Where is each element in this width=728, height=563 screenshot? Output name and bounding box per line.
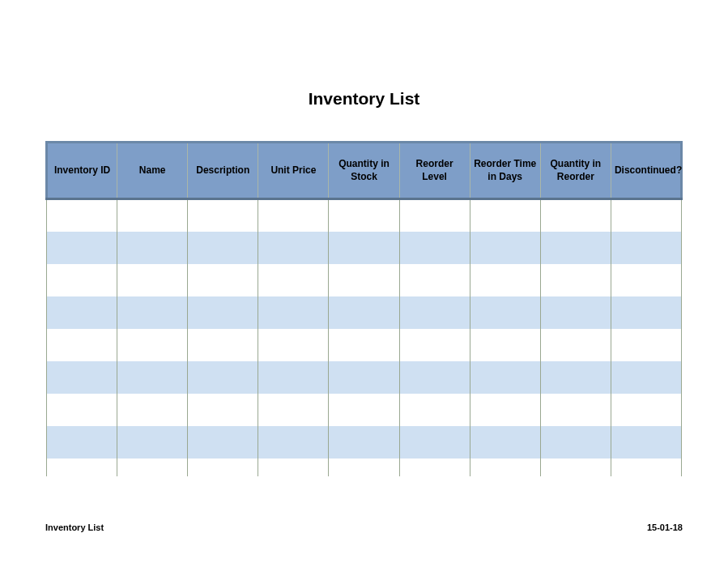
table-cell[interactable] xyxy=(188,329,258,361)
table-cell[interactable] xyxy=(611,199,681,232)
table-cell[interactable] xyxy=(470,459,540,476)
table-cell[interactable] xyxy=(329,264,399,296)
col-reorder-level: Reorder Level xyxy=(399,143,470,199)
table-cell[interactable] xyxy=(540,394,611,426)
table-cell[interactable] xyxy=(611,426,681,459)
table-cell[interactable] xyxy=(117,426,188,459)
col-description: Description xyxy=(188,143,258,199)
table-cell[interactable] xyxy=(540,459,611,476)
table-cell[interactable] xyxy=(188,459,258,476)
table-cell[interactable] xyxy=(188,361,258,394)
table-cell[interactable] xyxy=(470,426,540,459)
footer-right: 15-01-18 xyxy=(647,522,683,532)
table-cell[interactable] xyxy=(399,394,470,426)
table-cell[interactable] xyxy=(470,199,540,232)
col-quantity-reorder: Quantity in Reorder xyxy=(540,143,611,199)
table-cell[interactable] xyxy=(611,296,681,329)
table-cell[interactable] xyxy=(117,329,188,361)
table-cell[interactable] xyxy=(47,426,117,459)
table-cell[interactable] xyxy=(470,361,540,394)
table-cell[interactable] xyxy=(540,329,611,361)
table-cell[interactable] xyxy=(117,296,188,329)
table-row xyxy=(47,329,682,361)
table-cell[interactable] xyxy=(188,296,258,329)
table-cell[interactable] xyxy=(611,232,681,264)
table-cell[interactable] xyxy=(329,361,399,394)
table-cell[interactable] xyxy=(117,232,188,264)
table-cell[interactable] xyxy=(258,232,329,264)
page-title: Inventory List xyxy=(0,89,728,109)
table-row xyxy=(47,296,682,329)
table-cell[interactable] xyxy=(540,199,611,232)
table-row xyxy=(47,264,682,296)
table-cell[interactable] xyxy=(329,426,399,459)
table-cell[interactable] xyxy=(540,264,611,296)
table-cell[interactable] xyxy=(611,329,681,361)
table-cell[interactable] xyxy=(47,459,117,476)
inventory-table: Inventory ID Name Description Unit Price… xyxy=(45,141,683,476)
table-cell[interactable] xyxy=(188,264,258,296)
table-cell[interactable] xyxy=(470,329,540,361)
table-cell[interactable] xyxy=(611,264,681,296)
table-cell[interactable] xyxy=(117,199,188,232)
table-cell[interactable] xyxy=(258,199,329,232)
table-cell[interactable] xyxy=(188,199,258,232)
table-cell[interactable] xyxy=(117,459,188,476)
table-row xyxy=(47,361,682,394)
table-cell[interactable] xyxy=(399,361,470,394)
table-cell[interactable] xyxy=(470,394,540,426)
table-cell[interactable] xyxy=(399,459,470,476)
table-cell[interactable] xyxy=(399,264,470,296)
table-cell[interactable] xyxy=(329,329,399,361)
table-cell[interactable] xyxy=(188,232,258,264)
table-cell[interactable] xyxy=(47,329,117,361)
table-cell[interactable] xyxy=(329,232,399,264)
table-cell[interactable] xyxy=(611,361,681,394)
table-cell[interactable] xyxy=(399,296,470,329)
col-name: Name xyxy=(117,143,188,199)
table-cell[interactable] xyxy=(611,459,681,476)
table-cell[interactable] xyxy=(47,296,117,329)
footer-left: Inventory List xyxy=(45,522,104,532)
table-cell[interactable] xyxy=(47,264,117,296)
table-cell[interactable] xyxy=(188,426,258,459)
table-cell[interactable] xyxy=(117,394,188,426)
table-row xyxy=(47,426,682,459)
table-cell[interactable] xyxy=(399,199,470,232)
table-cell[interactable] xyxy=(329,394,399,426)
table-cell[interactable] xyxy=(329,296,399,329)
table-cell[interactable] xyxy=(399,329,470,361)
table-cell[interactable] xyxy=(258,394,329,426)
table-row xyxy=(47,459,682,476)
table-cell[interactable] xyxy=(47,361,117,394)
table-cell[interactable] xyxy=(258,361,329,394)
table-cell[interactable] xyxy=(329,199,399,232)
table-header: Inventory ID Name Description Unit Price… xyxy=(47,143,682,199)
table-row xyxy=(47,232,682,264)
table-cell[interactable] xyxy=(258,459,329,476)
col-unit-price: Unit Price xyxy=(258,143,329,199)
table-cell[interactable] xyxy=(540,361,611,394)
table-cell[interactable] xyxy=(540,296,611,329)
table-cell[interactable] xyxy=(47,394,117,426)
table-cell[interactable] xyxy=(258,296,329,329)
table-cell[interactable] xyxy=(470,232,540,264)
table-cell[interactable] xyxy=(470,264,540,296)
table-cell[interactable] xyxy=(470,296,540,329)
table-row xyxy=(47,394,682,426)
table-cell[interactable] xyxy=(399,426,470,459)
table-cell[interactable] xyxy=(258,264,329,296)
table-cell[interactable] xyxy=(117,361,188,394)
table-cell[interactable] xyxy=(611,394,681,426)
table-cell[interactable] xyxy=(399,232,470,264)
table-cell[interactable] xyxy=(47,232,117,264)
inventory-table-wrapper: Inventory ID Name Description Unit Price… xyxy=(0,141,728,476)
table-cell[interactable] xyxy=(540,426,611,459)
table-cell[interactable] xyxy=(329,459,399,476)
table-cell[interactable] xyxy=(117,264,188,296)
table-cell[interactable] xyxy=(540,232,611,264)
table-cell[interactable] xyxy=(258,426,329,459)
table-cell[interactable] xyxy=(258,329,329,361)
table-cell[interactable] xyxy=(47,199,117,232)
table-cell[interactable] xyxy=(188,394,258,426)
